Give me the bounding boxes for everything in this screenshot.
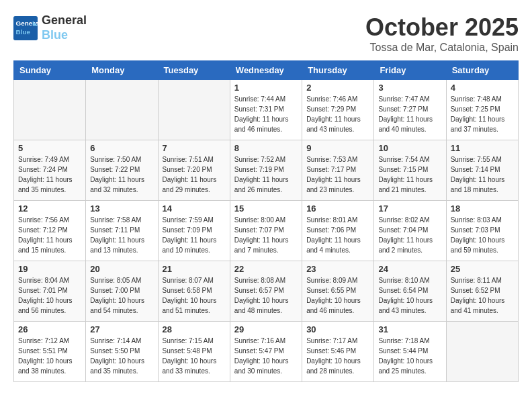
day-number: 8: [234, 143, 298, 153]
calendar-cell: 10Sunrise: 7:54 AM Sunset: 7:15 PM Dayli…: [374, 140, 446, 201]
day-number: 20: [90, 264, 153, 274]
weekday-header-wednesday: Wednesday: [230, 61, 302, 80]
day-info: Sunrise: 8:05 AM Sunset: 7:00 PM Dayligh…: [90, 275, 153, 316]
day-info: Sunrise: 7:44 AM Sunset: 7:31 PM Dayligh…: [234, 94, 298, 134]
calendar-cell: 4Sunrise: 7:48 AM Sunset: 7:25 PM Daylig…: [446, 80, 518, 140]
month-title: October 2025: [365, 13, 519, 42]
calendar-cell: [14, 80, 86, 140]
logo-icon: General Blue: [13, 16, 38, 40]
calendar-cell: 9Sunrise: 7:53 AM Sunset: 7:17 PM Daylig…: [302, 140, 374, 201]
day-number: 11: [451, 143, 514, 153]
day-info: Sunrise: 8:09 AM Sunset: 6:55 PM Dayligh…: [306, 275, 369, 316]
calendar-cell: 30Sunrise: 7:17 AM Sunset: 5:46 PM Dayli…: [302, 322, 374, 382]
calendar-cell: 13Sunrise: 7:58 AM Sunset: 7:11 PM Dayli…: [86, 201, 158, 261]
calendar-cell: 27Sunrise: 7:14 AM Sunset: 5:50 PM Dayli…: [86, 322, 158, 382]
calendar-cell: 28Sunrise: 7:15 AM Sunset: 5:48 PM Dayli…: [158, 322, 230, 382]
day-info: Sunrise: 7:12 AM Sunset: 5:51 PM Dayligh…: [18, 336, 81, 376]
day-info: Sunrise: 8:07 AM Sunset: 6:58 PM Dayligh…: [163, 275, 226, 316]
title-block: October 2025 Tossa de Mar, Catalonia, Sp…: [365, 13, 519, 54]
calendar-cell: [86, 80, 158, 140]
day-number: 5: [18, 143, 81, 153]
calendar-cell: 15Sunrise: 8:00 AM Sunset: 7:07 PM Dayli…: [230, 201, 302, 261]
calendar-cell: 24Sunrise: 8:10 AM Sunset: 6:54 PM Dayli…: [374, 261, 446, 322]
day-number: 10: [378, 143, 441, 153]
calendar-cell: 8Sunrise: 7:52 AM Sunset: 7:19 PM Daylig…: [230, 140, 302, 201]
calendar-cell: 19Sunrise: 8:04 AM Sunset: 7:01 PM Dayli…: [14, 261, 86, 322]
weekday-header-monday: Monday: [86, 61, 158, 80]
day-info: Sunrise: 7:15 AM Sunset: 5:48 PM Dayligh…: [163, 336, 226, 376]
calendar-cell: 12Sunrise: 7:56 AM Sunset: 7:12 PM Dayli…: [14, 201, 86, 261]
day-info: Sunrise: 7:17 AM Sunset: 5:46 PM Dayligh…: [306, 336, 369, 376]
day-number: 16: [306, 203, 369, 214]
day-number: 2: [306, 83, 369, 93]
day-number: 29: [234, 324, 298, 334]
day-info: Sunrise: 7:49 AM Sunset: 7:24 PM Dayligh…: [18, 154, 81, 195]
day-info: Sunrise: 8:02 AM Sunset: 7:04 PM Dayligh…: [378, 215, 441, 255]
day-info: Sunrise: 7:53 AM Sunset: 7:17 PM Dayligh…: [306, 154, 369, 195]
day-number: 18: [451, 203, 514, 214]
day-number: 6: [90, 143, 153, 153]
day-number: 7: [163, 143, 226, 153]
calendar-cell: 29Sunrise: 7:16 AM Sunset: 5:47 PM Dayli…: [230, 322, 302, 382]
calendar-cell: 25Sunrise: 8:11 AM Sunset: 6:52 PM Dayli…: [446, 261, 518, 322]
day-info: Sunrise: 8:08 AM Sunset: 6:57 PM Dayligh…: [234, 275, 298, 316]
day-info: Sunrise: 7:47 AM Sunset: 7:27 PM Dayligh…: [378, 94, 441, 134]
calendar-cell: 11Sunrise: 7:55 AM Sunset: 7:14 PM Dayli…: [446, 140, 518, 201]
day-info: Sunrise: 7:55 AM Sunset: 7:14 PM Dayligh…: [451, 154, 514, 195]
day-number: 28: [163, 324, 226, 334]
calendar-week-3: 12Sunrise: 7:56 AM Sunset: 7:12 PM Dayli…: [14, 201, 519, 261]
calendar-week-1: 1Sunrise: 7:44 AM Sunset: 7:31 PM Daylig…: [14, 80, 519, 140]
weekday-header-sunday: Sunday: [14, 61, 86, 80]
calendar-cell: 22Sunrise: 8:08 AM Sunset: 6:57 PM Dayli…: [230, 261, 302, 322]
day-info: Sunrise: 7:54 AM Sunset: 7:15 PM Dayligh…: [378, 154, 441, 195]
calendar-cell: [446, 322, 518, 382]
calendar-cell: 6Sunrise: 7:50 AM Sunset: 7:22 PM Daylig…: [86, 140, 158, 201]
day-number: 1: [234, 83, 298, 93]
weekday-header-tuesday: Tuesday: [158, 61, 230, 80]
weekday-header-friday: Friday: [374, 61, 446, 80]
logo-line2: Blue: [42, 28, 87, 43]
day-number: 14: [163, 203, 226, 214]
calendar-cell: [158, 80, 230, 140]
day-info: Sunrise: 8:10 AM Sunset: 6:54 PM Dayligh…: [378, 275, 441, 316]
day-number: 4: [451, 83, 514, 93]
calendar-cell: 16Sunrise: 8:01 AM Sunset: 7:06 PM Dayli…: [302, 201, 374, 261]
calendar-cell: 1Sunrise: 7:44 AM Sunset: 7:31 PM Daylig…: [230, 80, 302, 140]
day-number: 3: [378, 83, 441, 93]
day-info: Sunrise: 7:46 AM Sunset: 7:29 PM Dayligh…: [306, 94, 369, 134]
calendar-cell: 23Sunrise: 8:09 AM Sunset: 6:55 PM Dayli…: [302, 261, 374, 322]
location-title: Tossa de Mar, Catalonia, Spain: [365, 42, 519, 54]
day-info: Sunrise: 7:50 AM Sunset: 7:22 PM Dayligh…: [90, 154, 153, 195]
calendar-cell: 5Sunrise: 7:49 AM Sunset: 7:24 PM Daylig…: [14, 140, 86, 201]
calendar-week-4: 19Sunrise: 8:04 AM Sunset: 7:01 PM Dayli…: [14, 261, 519, 322]
page-header: General Blue General Blue October 2025 T…: [13, 13, 519, 54]
calendar-cell: 3Sunrise: 7:47 AM Sunset: 7:27 PM Daylig…: [374, 80, 446, 140]
day-number: 26: [18, 324, 81, 334]
day-info: Sunrise: 8:01 AM Sunset: 7:06 PM Dayligh…: [306, 215, 369, 255]
calendar-cell: 2Sunrise: 7:46 AM Sunset: 7:29 PM Daylig…: [302, 80, 374, 140]
weekday-header-row: SundayMondayTuesdayWednesdayThursdayFrid…: [14, 61, 519, 80]
day-number: 22: [234, 264, 298, 274]
svg-text:Blue: Blue: [16, 28, 31, 36]
day-number: 15: [234, 203, 298, 214]
day-number: 19: [18, 264, 81, 274]
day-info: Sunrise: 7:59 AM Sunset: 7:09 PM Dayligh…: [163, 215, 226, 255]
day-number: 9: [306, 143, 369, 153]
calendar-cell: 20Sunrise: 8:05 AM Sunset: 7:00 PM Dayli…: [86, 261, 158, 322]
day-info: Sunrise: 7:48 AM Sunset: 7:25 PM Dayligh…: [451, 94, 514, 134]
calendar-table: SundayMondayTuesdayWednesdayThursdayFrid…: [13, 60, 519, 382]
calendar-cell: 14Sunrise: 7:59 AM Sunset: 7:09 PM Dayli…: [158, 201, 230, 261]
weekday-header-thursday: Thursday: [302, 61, 374, 80]
day-info: Sunrise: 8:03 AM Sunset: 7:03 PM Dayligh…: [451, 215, 514, 255]
calendar-cell: 26Sunrise: 7:12 AM Sunset: 5:51 PM Dayli…: [14, 322, 86, 382]
calendar-cell: 21Sunrise: 8:07 AM Sunset: 6:58 PM Dayli…: [158, 261, 230, 322]
day-number: 30: [306, 324, 369, 334]
day-number: 17: [378, 203, 441, 214]
day-number: 27: [90, 324, 153, 334]
day-info: Sunrise: 7:18 AM Sunset: 5:44 PM Dayligh…: [378, 336, 441, 376]
calendar-cell: 31Sunrise: 7:18 AM Sunset: 5:44 PM Dayli…: [374, 322, 446, 382]
day-info: Sunrise: 7:58 AM Sunset: 7:11 PM Dayligh…: [90, 215, 153, 255]
logo: General Blue General Blue: [13, 13, 87, 42]
calendar-cell: 17Sunrise: 8:02 AM Sunset: 7:04 PM Dayli…: [374, 201, 446, 261]
day-number: 23: [306, 264, 369, 274]
